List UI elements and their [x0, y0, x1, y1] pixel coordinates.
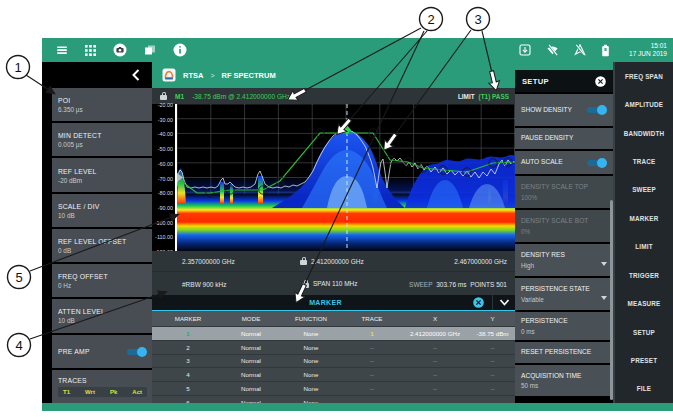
toggle-knob — [597, 158, 607, 168]
gps-off-icon[interactable] — [574, 44, 586, 56]
svg-text:5: 5 — [15, 270, 22, 285]
table-row[interactable]: 2NormalNone------ — [152, 341, 515, 355]
center-frequency[interactable]: 2.412000000 GHz — [300, 257, 364, 265]
sidebar-param-atten-level[interactable]: ATTEN LEVEL10 dB — [52, 299, 152, 332]
stop-frequency[interactable]: 2.467000000 GHz — [454, 258, 507, 265]
cell-x: 2.412000000 GHz — [400, 330, 470, 337]
breadcrumb-app[interactable]: RTSA — [183, 71, 203, 80]
setup-item-auto-scale[interactable]: AUTO SCALE — [515, 151, 613, 174]
cell-function: None — [278, 357, 344, 364]
setup-item-value: 0 ms — [521, 328, 607, 335]
menu-item-freq-span[interactable]: FREQ SPAN — [613, 62, 673, 90]
column-header-trace: TRACE — [344, 315, 400, 322]
menu-item-sweep[interactable]: SWEEP — [613, 176, 673, 204]
menu-item-file[interactable]: FILE — [613, 375, 673, 403]
sidebar-param-pre-amp[interactable]: PRE AMP — [52, 335, 152, 368]
cell-y: -- — [470, 371, 515, 378]
camera-icon[interactable] — [113, 43, 127, 57]
lock-icon — [300, 257, 307, 265]
setup-item-pause-density[interactable]: PAUSE DENSITY — [515, 128, 613, 149]
menu-item-setup[interactable]: SETUP — [613, 318, 673, 346]
pre-amp-toggle[interactable] — [127, 347, 147, 357]
marker-panel-close-button[interactable] — [473, 294, 484, 312]
trace-tag-wrt[interactable]: Wrt — [85, 389, 95, 395]
screenshot-save-icon[interactable] — [519, 44, 531, 56]
menu-icon[interactable] — [56, 44, 68, 56]
setup-panel: SETUP SHOW DENSITYPAUSE DENSITYAUTO SCAL… — [515, 70, 613, 403]
cell-y: -38.75 dBm — [470, 330, 515, 337]
table-row[interactable]: 5NormalNone------ — [152, 382, 515, 396]
param-value: 10 dB — [58, 212, 147, 219]
rtsa-app-icon[interactable] — [162, 68, 176, 82]
chevron-left-icon[interactable] — [132, 69, 140, 81]
sidebar-param-min-detect[interactable]: MIN DETECT0.005 µs — [52, 123, 152, 156]
spectrum-display[interactable] — [177, 104, 515, 251]
sidebar-traces[interactable]: TRACEST1WrtPkAct — [52, 370, 152, 403]
lock-icon — [302, 280, 309, 288]
setup-item-show-density[interactable]: SHOW DENSITY — [515, 94, 613, 126]
frequency-axis-row: 2.357000000 GHz 2.412000000 GHz 2.467000… — [152, 251, 515, 271]
apps-grid-icon[interactable] — [85, 45, 96, 56]
menu-item-trigger[interactable]: TRIGGER — [613, 261, 673, 289]
chevron-down-icon — [601, 296, 607, 300]
menu-item-limit[interactable]: LIMIT — [613, 233, 673, 261]
table-row[interactable]: 3NormalNone------ — [152, 355, 515, 369]
setup-item-reset-persistence[interactable]: RESET PERSISTENCE — [515, 342, 613, 363]
wifi-off-icon[interactable] — [546, 44, 559, 56]
table-row[interactable]: 4NormalNone------ — [152, 368, 515, 382]
param-value: 0 Hz — [58, 282, 147, 289]
setup-item-density-res[interactable]: DENSITY RESHigh — [515, 244, 613, 276]
topbar-right-icons: 15:01 17 JUN 2019 — [519, 42, 667, 58]
sidebar-param-scale-div[interactable]: SCALE / DIV10 dB — [52, 194, 152, 227]
sidebar-param-ref-level[interactable]: REF LEVEL-20 dBm — [52, 158, 152, 191]
menu-item-marker[interactable]: MARKER — [613, 204, 673, 232]
param-value: 0 dB — [58, 247, 147, 254]
breadcrumb-view[interactable]: RF SPECTRUM — [222, 71, 276, 80]
topbar-left-icons — [56, 43, 187, 57]
sidebar-param-ref-level-offset[interactable]: REF LEVEL OFFSET0 dB — [52, 229, 152, 262]
menu-item-preset[interactable]: PRESET — [613, 346, 673, 374]
param-label: REF LEVEL OFFSET — [58, 238, 147, 245]
menu-item-trace[interactable]: TRACE — [613, 147, 673, 175]
menu-item-measure[interactable]: MEASURE — [613, 289, 673, 317]
span-value[interactable]: SPAN 110 MHz — [302, 280, 358, 288]
battery-icon[interactable] — [601, 44, 610, 57]
menu-item-bandwidth[interactable]: BANDWIDTH — [613, 119, 673, 147]
cell-mode: Normal — [224, 330, 278, 337]
start-frequency[interactable]: 2.357000000 GHz — [182, 258, 235, 265]
y-axis-tick: -50.00 — [158, 146, 173, 152]
close-icon[interactable] — [595, 76, 606, 87]
setup-items: SHOW DENSITYPAUSE DENSITYAUTO SCALEDENSI… — [515, 94, 613, 396]
traces-tags: T1WrtPkAct — [58, 387, 147, 397]
y-axis-tick: -40.00 — [158, 131, 173, 137]
table-row[interactable]: 6NormalNone------ — [152, 396, 515, 403]
menu-item-amplitude[interactable]: AMPLITUDE — [613, 90, 673, 118]
cell-trace: 1 — [344, 330, 400, 337]
breadcrumb-separator: > — [210, 72, 214, 79]
show-density-toggle[interactable] — [587, 105, 607, 115]
callout-1: 1 — [7, 56, 30, 79]
setup-item-persistence-state[interactable]: PERSISTENCE STATEVariable — [515, 278, 613, 310]
rbw-value[interactable]: #RBW 900 kHz — [182, 280, 226, 287]
y-axis-tick: -110.00 — [155, 234, 173, 240]
setup-item-value: Variable — [521, 296, 544, 303]
table-row[interactable]: 1NormalNone12.412000000 GHz-38.75 dBm — [152, 327, 515, 341]
cell-marker: 3 — [152, 357, 224, 364]
setup-item-label: DENSITY RES — [521, 251, 607, 259]
cell-function: None — [278, 371, 344, 378]
trace-tag-t1[interactable]: T1 — [63, 389, 70, 395]
cell-function: None — [278, 385, 344, 392]
windows-icon[interactable] — [144, 44, 156, 56]
sidebar-param-poi[interactable]: POI6.350 µs — [52, 88, 152, 121]
svg-text:2: 2 — [427, 12, 434, 27]
clock-time: 15:01 — [629, 42, 667, 50]
auto-scale-toggle[interactable] — [587, 158, 607, 168]
info-icon[interactable] — [173, 43, 187, 57]
setup-item-acquisition-time[interactable]: ACQUISITION TIME50 ms — [515, 365, 613, 396]
marker-panel-collapse-button[interactable] — [493, 298, 515, 307]
setup-item-label: ACQUISITION TIME — [521, 372, 607, 380]
trace-tag-act[interactable]: Act — [132, 389, 142, 395]
sidebar-param-freq-offset[interactable]: FREQ OFFSET0 Hz — [52, 264, 152, 297]
trace-tag-pk[interactable]: Pk — [110, 389, 117, 395]
setup-item-persistence[interactable]: PERSISTENCE0 ms — [515, 312, 613, 340]
